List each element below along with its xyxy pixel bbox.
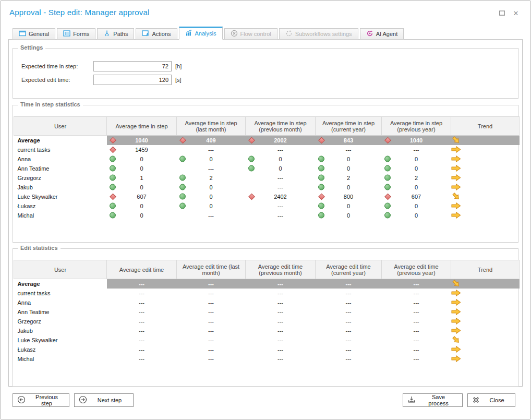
table-row: Jakub--------------- [14, 326, 520, 335]
table-row: Michal0------00 [14, 211, 520, 220]
cell-value: --- [277, 147, 283, 153]
column-header[interactable]: Average edit time [107, 260, 177, 279]
column-header[interactable]: User [14, 260, 107, 279]
user-cell: Jakub [14, 326, 107, 335]
subworkflows-icon [285, 30, 293, 38]
cell-value: 2402 [274, 194, 286, 200]
value-cell: --- [107, 326, 177, 335]
green-circle-icon [109, 183, 117, 191]
tab-forms[interactable]: Forms [57, 28, 95, 40]
value-cell: 0 [382, 211, 451, 220]
value-cell: --- [382, 298, 451, 307]
green-circle-icon [384, 183, 392, 191]
cell-value: --- [208, 337, 214, 343]
next-step-button[interactable]: Next step [74, 393, 134, 407]
expected-edit-time-row: Expected edit time: [s] [21, 75, 518, 85]
tab-actions[interactable]: Actions [136, 28, 177, 40]
cell-value: 800 [344, 194, 353, 200]
column-header[interactable]: User [14, 117, 107, 136]
value-cell: --- [177, 164, 246, 173]
value-cell: 843 [316, 136, 382, 145]
value-cell: 0 [316, 183, 382, 192]
green-circle-icon [318, 211, 325, 219]
green-circle-icon [318, 155, 325, 163]
column-header[interactable]: Average edit time (last month) [177, 260, 246, 279]
tab-flow-control: Flow control [224, 28, 277, 40]
value-cell: --- [316, 145, 382, 154]
column-header[interactable]: Average time in step (previous year) [382, 117, 451, 136]
tab-ai-agent[interactable]: AI Agent [360, 28, 404, 40]
previous-step-button[interactable]: Previous step [13, 393, 69, 407]
cell-value: --- [346, 281, 352, 287]
trend-right-arrow-icon [451, 183, 520, 192]
column-header[interactable]: Average time in step (last month) [177, 117, 246, 136]
table-row: Average--------------- [14, 279, 520, 289]
time-in-step-statistics-legend: Time in step statistics [18, 101, 83, 107]
expected-edit-time-input[interactable] [93, 75, 172, 85]
user-cell: Ann Teatime [14, 164, 107, 173]
column-header[interactable]: Average edit time (previous month) [246, 260, 316, 279]
cell-value: 409 [206, 137, 215, 143]
value-cell: --- [382, 326, 451, 335]
paths-icon [103, 30, 111, 38]
value-cell: 0 [177, 201, 246, 211]
column-header[interactable]: Trend [451, 117, 520, 136]
column-header[interactable]: Average time in step (previous month) [246, 117, 316, 136]
settings-legend: Settings [18, 44, 45, 51]
flow-control-icon [231, 30, 238, 38]
ai-agent-icon [366, 30, 373, 38]
value-cell: 2 [316, 173, 382, 183]
tab-general[interactable]: General [13, 28, 55, 40]
user-cell: current tasks [14, 289, 107, 298]
cell-value: --- [208, 212, 214, 219]
value-cell: 0 [246, 154, 316, 164]
expected-time-in-step-input[interactable] [93, 61, 172, 71]
user-cell: Łukasz [14, 345, 107, 354]
cell-value: --- [277, 337, 283, 343]
cell-value: 1040 [135, 137, 148, 143]
close-button[interactable]: Close [467, 393, 515, 407]
green-circle-icon [318, 164, 325, 172]
edit-statistics-legend: Edit statistics [18, 245, 61, 251]
trend-right-arrow-icon [451, 354, 520, 364]
trend-right-arrow-icon [451, 173, 520, 183]
trend-right-arrow-icon [451, 307, 520, 317]
table-row: Luke Skywalker--------------- [14, 335, 520, 345]
save-process-button[interactable]: Save process [403, 393, 463, 407]
column-header[interactable]: Average edit time (current year) [316, 260, 382, 279]
trend-down-arrow-icon [451, 136, 520, 145]
trend-right-arrow-icon [451, 289, 520, 298]
value-cell: --- [177, 335, 246, 345]
value-cell: --- [246, 173, 316, 183]
column-header[interactable]: Average time in step [107, 117, 177, 136]
trend-right-arrow-icon [451, 201, 520, 211]
red-diamond-icon [109, 193, 117, 200]
value-cell: --- [177, 345, 246, 354]
value-cell: 0 [382, 201, 451, 211]
cell-value: --- [414, 309, 419, 315]
trend-right-arrow-icon [451, 211, 520, 220]
column-header[interactable]: Average time in step (current year) [316, 117, 382, 136]
maximize-icon[interactable] [498, 9, 505, 17]
user-cell: Michal [14, 211, 107, 220]
column-header[interactable]: Average edit time (previous year) [382, 260, 451, 279]
value-cell: 2 [177, 173, 246, 183]
tab-paths[interactable]: Paths [97, 28, 134, 40]
close-icon[interactable]: ✕ [512, 9, 520, 17]
tab-analysis[interactable]: Analysis [179, 27, 223, 40]
save-process-label: Save process [420, 394, 457, 406]
cell-value: --- [139, 309, 144, 315]
green-circle-icon [384, 155, 392, 163]
cell-value: 0 [347, 156, 350, 162]
column-header[interactable]: Trend [451, 260, 520, 279]
table-row: Łukasz--------------- [14, 345, 520, 354]
value-cell: --- [177, 307, 246, 317]
edit-statistics-groupbox: Edit statistics UserAverage edit timeAve… [13, 248, 518, 387]
table-row: Michal--------------- [14, 354, 520, 364]
value-cell: 1040 [382, 136, 451, 145]
cell-value: --- [346, 328, 352, 334]
red-diamond-icon [318, 193, 325, 200]
cell-value: 0 [140, 184, 143, 190]
window-controls: ✕ [498, 9, 520, 17]
cell-value: --- [277, 356, 283, 362]
